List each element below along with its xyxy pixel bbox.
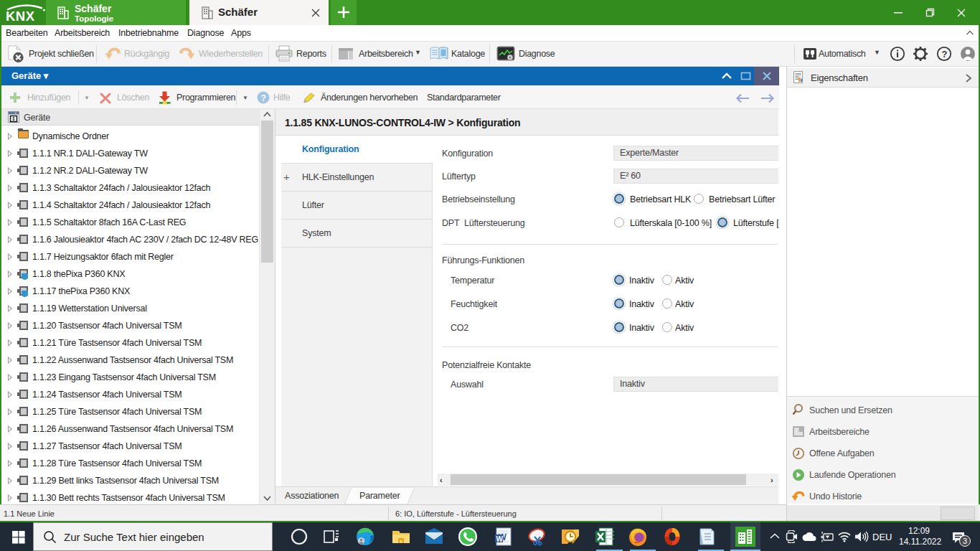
svg-text:W: W xyxy=(496,535,504,543)
svg-text:?: ? xyxy=(261,93,266,103)
svg-text:KNX: KNX xyxy=(6,9,35,23)
svg-text:?: ? xyxy=(942,49,948,60)
